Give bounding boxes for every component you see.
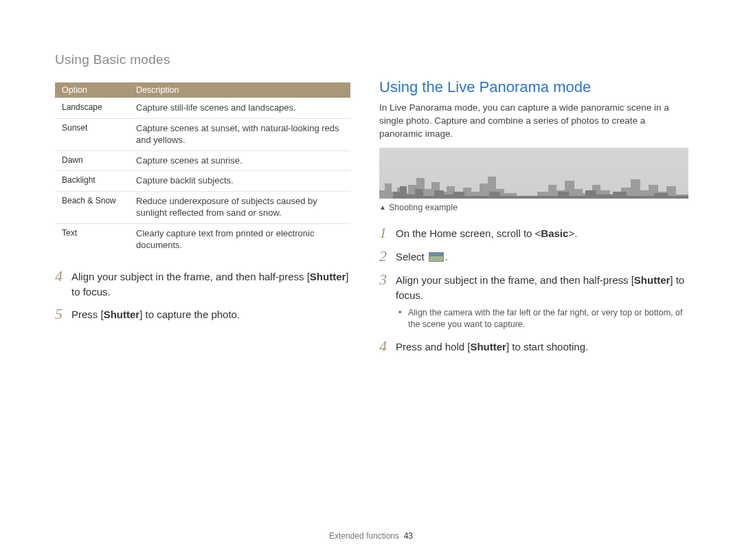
skyline-icon (379, 171, 688, 199)
intro-text: In Live Panorama mode, you can capture a… (379, 102, 688, 141)
step-text-pre: Select (396, 251, 427, 262)
footer-page-number: 43 (404, 531, 413, 541)
step-text-bold: Basic (541, 227, 568, 239)
step-text-post: . (445, 251, 448, 262)
option-cell: Text (55, 223, 129, 256)
section-heading: Using the Live Panorama mode (379, 78, 688, 96)
step-item: 4 Align your subject in the frame, and t… (55, 268, 350, 300)
table-row: Landscape Capture still-life scenes and … (55, 98, 350, 119)
step-text: On the Home screen, scroll to <Basic>. (396, 225, 577, 241)
step-text: Align your subject in the frame, and the… (396, 271, 688, 303)
table-row: Beach & Snow Reduce underexposure of sub… (55, 191, 350, 223)
step-text-post: ] to capture the photo. (139, 309, 240, 320)
panorama-illustration (379, 148, 688, 199)
table-header-description: Description (129, 82, 350, 98)
caption-text: Shooting example (389, 203, 458, 212)
page-footer: Extended functions 43 (0, 531, 742, 541)
page-root: Using Basic modes Option Description Lan… (0, 0, 742, 560)
step-item: 3 Align your subject in the frame, and t… (379, 271, 688, 303)
content-columns: Option Description Landscape Capture sti… (55, 82, 688, 361)
step-text-pre: Align your subject in the frame, and the… (71, 271, 310, 282)
option-cell: Beach & Snow (55, 191, 129, 223)
bullet-dot-icon: • (398, 307, 408, 331)
table-row: Sunset Capture scenes at sunset, with na… (55, 118, 350, 150)
step-number: 5 (55, 306, 71, 322)
option-cell: Backlight (55, 171, 129, 192)
step-text: Press [Shutter] to capture the photo. (71, 306, 240, 322)
step-text: Align your subject in the frame, and the… (71, 268, 350, 300)
right-column: Using the Live Panorama mode In Live Pan… (379, 82, 688, 361)
step-item: 2 Select . (379, 248, 688, 265)
step-text-bold: Shutter (104, 309, 140, 320)
options-table: Option Description Landscape Capture sti… (55, 82, 350, 256)
triangle-up-icon: ▲ (379, 203, 386, 211)
step-item: 4 Press and hold [Shutter] to start shoo… (379, 338, 688, 355)
table-row: Text Clearly capture text from printed o… (55, 223, 350, 256)
left-steps: 4 Align your subject in the frame, and t… (55, 268, 350, 323)
step-number: 4 (379, 338, 396, 355)
option-cell: Dawn (55, 150, 129, 171)
desc-cell: Clearly capture text from printed or ele… (129, 223, 350, 256)
step-text-bold: Shutter (634, 274, 671, 286)
left-column: Option Description Landscape Capture sti… (55, 82, 350, 361)
step-item: 5 Press [Shutter] to capture the photo. (55, 306, 350, 322)
step-text: Press and hold [Shutter] to start shooti… (396, 338, 588, 355)
desc-cell: Capture backlit subjects. (129, 171, 350, 192)
step-text-bold: Shutter (470, 341, 506, 352)
step-text-post: ] to start shooting. (506, 341, 588, 352)
step-text-bold: Shutter (310, 271, 346, 282)
step-text-pre: Press [ (71, 309, 104, 320)
sub-bullet-text: Align the camera with the far left or th… (408, 307, 688, 331)
step-item: 1 On the Home screen, scroll to <Basic>. (379, 225, 688, 241)
desc-cell: Capture scenes at sunset, with natural-l… (129, 118, 350, 150)
step-number: 3 (379, 271, 396, 288)
step-text-pre: Align your subject in the frame, and the… (396, 274, 634, 286)
desc-cell: Reduce underexposure of subjects caused … (129, 191, 350, 223)
step-sub-bullet: • Align the camera with the far left or … (379, 307, 688, 331)
page-title: Using Basic modes (55, 52, 688, 67)
table-row: Dawn Capture scenes at sunrise. (55, 150, 350, 171)
step-text-pre: Press and hold [ (396, 341, 470, 352)
step-text: Select . (396, 248, 448, 265)
step-number: 2 (379, 248, 396, 265)
table-header-option: Option (55, 82, 129, 98)
option-cell: Sunset (55, 118, 129, 150)
step-number: 4 (55, 268, 71, 284)
desc-cell: Capture scenes at sunrise. (129, 150, 350, 171)
desc-cell: Capture still-life scenes and landscapes… (129, 98, 350, 119)
right-steps: 1 On the Home screen, scroll to <Basic>.… (379, 225, 688, 355)
table-row: Backlight Capture backlit subjects. (55, 171, 350, 192)
option-cell: Landscape (55, 98, 129, 119)
step-text-pre: On the Home screen, scroll to < (396, 227, 541, 239)
illustration-caption: ▲Shooting example (379, 203, 688, 212)
step-number: 1 (379, 225, 396, 241)
panorama-mode-icon (429, 252, 444, 262)
step-text-post: >. (568, 227, 577, 239)
footer-section: Extended functions (329, 531, 399, 541)
